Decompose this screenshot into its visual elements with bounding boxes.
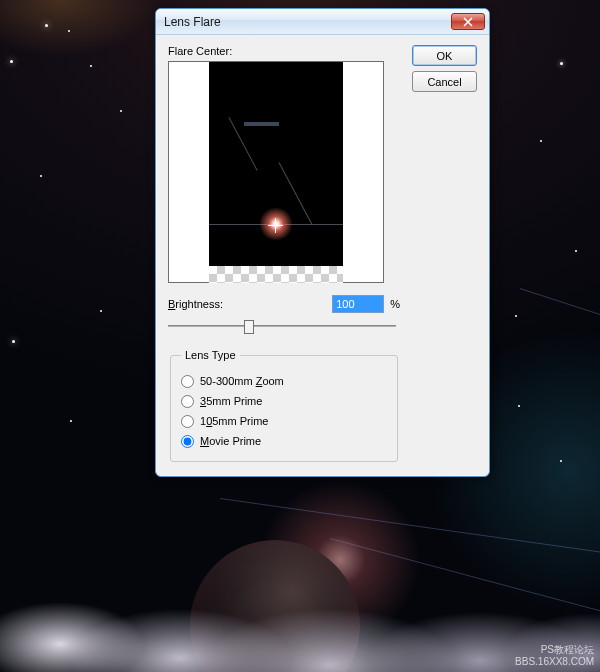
watermark-line2: BBS.16XX8.COM <box>515 656 594 668</box>
dialog-right-column: OK Cancel <box>412 45 477 462</box>
dialog-title: Lens Flare <box>164 15 451 29</box>
preview-image <box>209 62 343 266</box>
radio-movie[interactable] <box>181 435 194 448</box>
transparency-checker <box>209 266 343 283</box>
flare-streak <box>244 122 279 126</box>
lens-type-group: Lens Type 50-300mm Zoom 35mm Prime 105mm… <box>170 349 398 462</box>
star <box>10 60 13 63</box>
slider-track <box>168 325 396 327</box>
lens-type-legend: Lens Type <box>181 349 240 361</box>
radio-label: 105mm Prime <box>200 415 268 427</box>
radio-label: Movie Prime <box>200 435 261 447</box>
star <box>120 110 122 112</box>
close-icon <box>463 17 473 27</box>
dialog-titlebar[interactable]: Lens Flare <box>156 9 489 35</box>
radio-label: 50-300mm Zoom <box>200 375 284 387</box>
dialog-body: Flare Center: Brightness: <box>156 35 489 476</box>
slider-thumb[interactable] <box>244 320 254 334</box>
dialog-left-column: Flare Center: Brightness: <box>168 45 400 462</box>
star <box>100 310 102 312</box>
radio-50-300mm[interactable] <box>181 375 194 388</box>
flare-center-preview[interactable] <box>168 61 384 283</box>
brightness-unit: % <box>390 298 400 310</box>
lens-option-105mm[interactable]: 105mm Prime <box>181 411 387 431</box>
star <box>40 175 42 177</box>
preview-container <box>168 61 400 283</box>
brightness-label: Brightness: <box>168 298 326 310</box>
lens-option-50-300mm[interactable]: 50-300mm Zoom <box>181 371 387 391</box>
star <box>540 140 542 142</box>
radio-35mm[interactable] <box>181 395 194 408</box>
star <box>12 340 15 343</box>
flare-center-label: Flare Center: <box>168 45 400 57</box>
star <box>518 405 520 407</box>
brightness-row: Brightness: % <box>168 295 400 313</box>
star <box>560 460 562 462</box>
cancel-button[interactable]: Cancel <box>412 71 477 92</box>
star <box>515 315 517 317</box>
lens-option-movie[interactable]: Movie Prime <box>181 431 387 451</box>
crosshair-icon <box>268 218 283 233</box>
ok-button[interactable]: OK <box>412 45 477 66</box>
star <box>70 420 72 422</box>
radio-105mm[interactable] <box>181 415 194 428</box>
brightness-input[interactable] <box>332 295 384 313</box>
star <box>45 24 48 27</box>
watermark-line1: PS教程论坛 <box>515 644 594 656</box>
star <box>560 62 563 65</box>
close-button[interactable] <box>451 13 485 30</box>
star <box>90 65 92 67</box>
lens-flare-dialog: Lens Flare Flare Center: <box>155 8 490 477</box>
clouds <box>0 532 600 672</box>
watermark: PS教程论坛 BBS.16XX8.COM <box>515 644 594 668</box>
star <box>68 30 70 32</box>
radio-label: 35mm Prime <box>200 395 262 407</box>
lens-option-35mm[interactable]: 35mm Prime <box>181 391 387 411</box>
brightness-slider[interactable] <box>168 317 396 335</box>
star <box>575 250 577 252</box>
